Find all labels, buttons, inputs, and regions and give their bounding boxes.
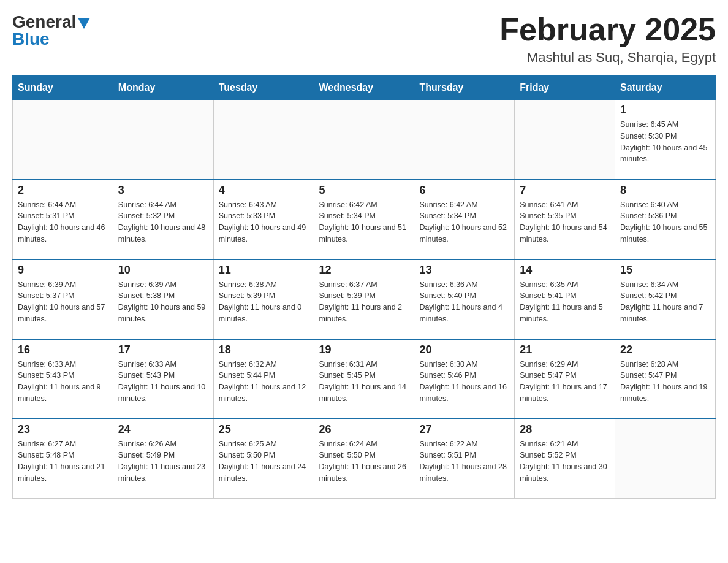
day-number: 28 [520,423,610,436]
calendar-cell: 28Sunrise: 6:21 AMSunset: 5:52 PMDayligh… [515,419,615,499]
calendar-cell: 15Sunrise: 6:34 AMSunset: 5:42 PMDayligh… [615,259,716,339]
calendar-week-row: 16Sunrise: 6:33 AMSunset: 5:43 PMDayligh… [13,339,716,419]
day-info: Sunrise: 6:39 AMSunset: 5:37 PMDaylight:… [18,279,108,325]
day-number: 15 [620,264,710,277]
calendar-cell: 19Sunrise: 6:31 AMSunset: 5:45 PMDayligh… [314,339,414,419]
day-info: Sunrise: 6:39 AMSunset: 5:38 PMDaylight:… [118,279,208,325]
day-info: Sunrise: 6:27 AMSunset: 5:48 PMDaylight:… [18,439,108,484]
calendar-cell: 24Sunrise: 6:26 AMSunset: 5:49 PMDayligh… [113,419,213,499]
calendar-cell [213,100,314,180]
calendar-week-row: 23Sunrise: 6:27 AMSunset: 5:48 PMDayligh… [13,419,716,499]
day-number: 16 [18,343,108,356]
calendar-cell: 25Sunrise: 6:25 AMSunset: 5:50 PMDayligh… [213,419,314,499]
day-info: Sunrise: 6:26 AMSunset: 5:49 PMDaylight:… [118,439,208,484]
calendar-cell: 16Sunrise: 6:33 AMSunset: 5:43 PMDayligh… [13,339,113,419]
calendar-cell: 6Sunrise: 6:42 AMSunset: 5:34 PMDaylight… [414,180,515,259]
day-info: Sunrise: 6:22 AMSunset: 5:51 PMDaylight:… [419,439,509,484]
day-info: Sunrise: 6:28 AMSunset: 5:47 PMDaylight:… [620,359,710,405]
calendar-cell: 22Sunrise: 6:28 AMSunset: 5:47 PMDayligh… [615,339,716,419]
day-number: 8 [620,184,710,197]
day-number: 6 [419,184,509,197]
calendar-cell: 12Sunrise: 6:37 AMSunset: 5:39 PMDayligh… [314,259,414,339]
day-number: 22 [620,343,710,356]
day-number: 20 [419,343,509,356]
month-title: February 2025 [499,12,716,47]
day-number: 7 [520,184,610,197]
logo-blue-text: Blue [12,29,50,49]
calendar-cell: 2Sunrise: 6:44 AMSunset: 5:31 PMDaylight… [13,180,113,259]
day-info: Sunrise: 6:43 AMSunset: 5:33 PMDaylight:… [219,199,309,245]
day-info: Sunrise: 6:33 AMSunset: 5:43 PMDaylight:… [118,359,208,405]
logo: General Blue [12,12,92,49]
day-info: Sunrise: 6:42 AMSunset: 5:34 PMDaylight:… [419,199,509,245]
day-number: 9 [18,264,108,277]
logo-triangle-icon [78,18,90,29]
calendar-cell [615,419,716,499]
weekday-header-monday: Monday [113,76,213,100]
day-info: Sunrise: 6:33 AMSunset: 5:43 PMDaylight:… [18,359,108,405]
calendar-cell: 20Sunrise: 6:30 AMSunset: 5:46 PMDayligh… [414,339,515,419]
calendar-cell: 14Sunrise: 6:35 AMSunset: 5:41 PMDayligh… [515,259,615,339]
day-number: 24 [118,423,208,436]
calendar-cell [515,100,615,180]
calendar-cell: 8Sunrise: 6:40 AMSunset: 5:36 PMDaylight… [615,180,716,259]
calendar-cell [414,100,515,180]
calendar-table: SundayMondayTuesdayWednesdayThursdayFrid… [12,75,716,499]
calendar-cell: 17Sunrise: 6:33 AMSunset: 5:43 PMDayligh… [113,339,213,419]
weekday-header-saturday: Saturday [615,76,716,100]
day-number: 23 [18,423,108,436]
title-area: February 2025 Mashtul as Suq, Sharqia, E… [499,12,716,66]
day-number: 26 [319,423,409,436]
day-number: 18 [219,343,309,356]
day-info: Sunrise: 6:44 AMSunset: 5:31 PMDaylight:… [18,199,108,245]
day-info: Sunrise: 6:38 AMSunset: 5:39 PMDaylight:… [219,279,309,325]
calendar-week-row: 9Sunrise: 6:39 AMSunset: 5:37 PMDaylight… [13,259,716,339]
calendar-week-row: 1Sunrise: 6:45 AMSunset: 5:30 PMDaylight… [13,100,716,180]
day-info: Sunrise: 6:45 AMSunset: 5:30 PMDaylight:… [620,119,710,165]
location-title: Mashtul as Suq, Sharqia, Egypt [499,50,716,66]
day-info: Sunrise: 6:35 AMSunset: 5:41 PMDaylight:… [520,279,610,325]
weekday-header-wednesday: Wednesday [314,76,414,100]
day-number: 2 [18,184,108,197]
day-info: Sunrise: 6:30 AMSunset: 5:46 PMDaylight:… [419,359,509,405]
calendar-cell: 11Sunrise: 6:38 AMSunset: 5:39 PMDayligh… [213,259,314,339]
weekday-header-row: SundayMondayTuesdayWednesdayThursdayFrid… [13,76,716,100]
calendar-cell: 10Sunrise: 6:39 AMSunset: 5:38 PMDayligh… [113,259,213,339]
day-info: Sunrise: 6:42 AMSunset: 5:34 PMDaylight:… [319,199,409,245]
calendar-week-row: 2Sunrise: 6:44 AMSunset: 5:31 PMDaylight… [13,180,716,259]
day-number: 13 [419,264,509,277]
day-number: 1 [620,104,710,117]
calendar-cell [314,100,414,180]
day-number: 17 [118,343,208,356]
calendar-cell: 27Sunrise: 6:22 AMSunset: 5:51 PMDayligh… [414,419,515,499]
calendar-cell: 3Sunrise: 6:44 AMSunset: 5:32 PMDaylight… [113,180,213,259]
day-number: 27 [419,423,509,436]
day-number: 19 [319,343,409,356]
day-info: Sunrise: 6:37 AMSunset: 5:39 PMDaylight:… [319,279,409,325]
day-info: Sunrise: 6:25 AMSunset: 5:50 PMDaylight:… [219,439,309,484]
day-info: Sunrise: 6:24 AMSunset: 5:50 PMDaylight:… [319,439,409,484]
day-info: Sunrise: 6:40 AMSunset: 5:36 PMDaylight:… [620,199,710,245]
day-number: 21 [520,343,610,356]
day-info: Sunrise: 6:29 AMSunset: 5:47 PMDaylight:… [520,359,610,405]
day-info: Sunrise: 6:32 AMSunset: 5:44 PMDaylight:… [219,359,309,405]
day-info: Sunrise: 6:31 AMSunset: 5:45 PMDaylight:… [319,359,409,405]
day-number: 4 [219,184,309,197]
day-number: 14 [520,264,610,277]
day-number: 5 [319,184,409,197]
calendar-cell: 18Sunrise: 6:32 AMSunset: 5:44 PMDayligh… [213,339,314,419]
day-info: Sunrise: 6:34 AMSunset: 5:42 PMDaylight:… [620,279,710,325]
calendar-cell: 4Sunrise: 6:43 AMSunset: 5:33 PMDaylight… [213,180,314,259]
day-number: 11 [219,264,309,277]
calendar-cell: 1Sunrise: 6:45 AMSunset: 5:30 PMDaylight… [615,100,716,180]
day-number: 12 [319,264,409,277]
day-info: Sunrise: 6:36 AMSunset: 5:40 PMDaylight:… [419,279,509,325]
calendar-cell [13,100,113,180]
calendar-cell: 13Sunrise: 6:36 AMSunset: 5:40 PMDayligh… [414,259,515,339]
calendar-cell: 9Sunrise: 6:39 AMSunset: 5:37 PMDaylight… [13,259,113,339]
day-number: 3 [118,184,208,197]
calendar-cell: 21Sunrise: 6:29 AMSunset: 5:47 PMDayligh… [515,339,615,419]
calendar-cell [113,100,213,180]
day-info: Sunrise: 6:41 AMSunset: 5:35 PMDaylight:… [520,199,610,245]
weekday-header-tuesday: Tuesday [213,76,314,100]
